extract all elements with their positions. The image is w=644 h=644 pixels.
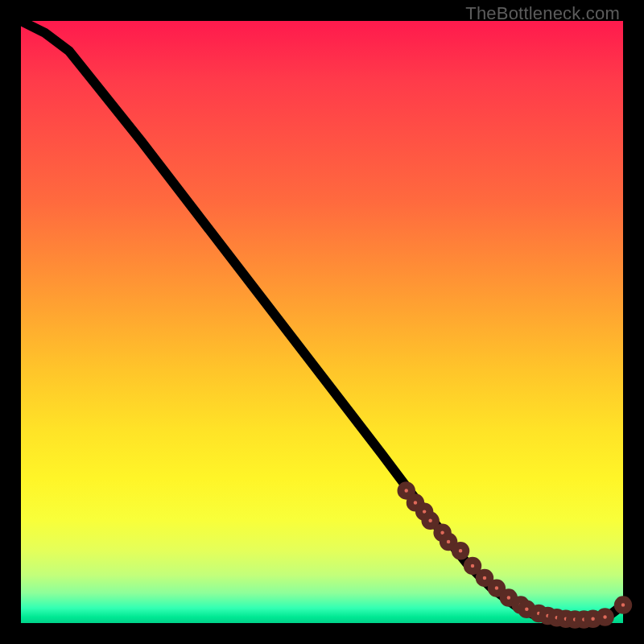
data-point <box>467 560 477 571</box>
data-point <box>617 600 628 610</box>
data-point <box>479 572 489 583</box>
data-point <box>600 612 610 622</box>
data-point <box>491 583 502 593</box>
data-point <box>455 546 465 556</box>
data-point <box>443 536 453 547</box>
data-point <box>401 485 411 496</box>
plot-area <box>21 21 623 623</box>
data-point <box>425 515 436 526</box>
bottleneck-curve <box>21 21 623 621</box>
scatter-dots <box>401 485 629 625</box>
chart-svg <box>21 21 623 623</box>
chart-frame: TheBottleneck.com <box>0 0 644 644</box>
